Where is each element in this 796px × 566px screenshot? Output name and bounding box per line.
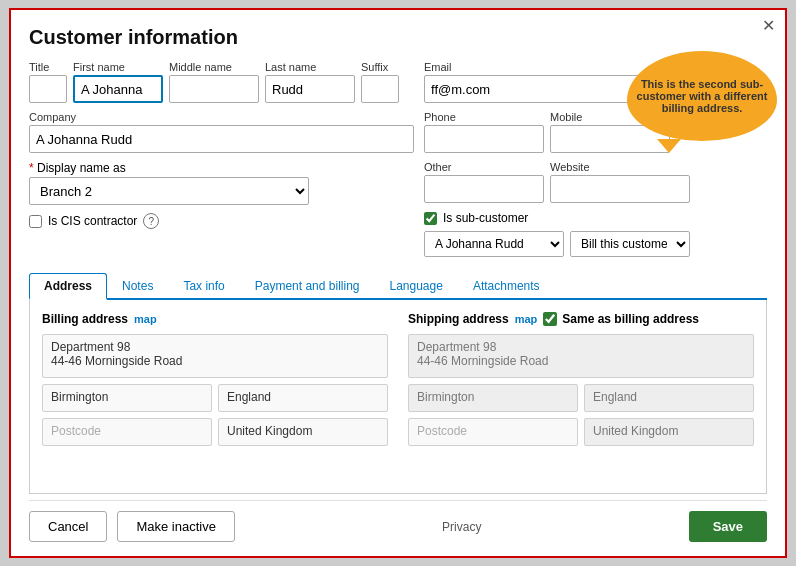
other-input[interactable] (424, 175, 544, 203)
suffix-label: Suffix (361, 61, 399, 73)
address-section: Billing address map Department 98 44-46 … (42, 312, 754, 452)
display-name-label: Display name as (37, 161, 126, 175)
middlename-label: Middle name (169, 61, 259, 73)
required-star: * (29, 161, 34, 175)
billing-address-header: Billing address map (42, 312, 388, 326)
modal-title: Customer information (29, 26, 767, 49)
title-field-group: Title (29, 61, 67, 103)
modal-footer: Cancel Make inactive Privacy Save (29, 500, 767, 542)
middlename-field-group: Middle name (169, 61, 259, 103)
lastname-input[interactable] (265, 75, 355, 103)
shipping-county-field: England (584, 384, 754, 412)
billing-county-field[interactable]: England (218, 384, 388, 412)
shipping-address-block: Shipping address map Same as billing add… (408, 312, 754, 452)
billing-postcode-field[interactable]: Postcode (42, 418, 212, 446)
title-input[interactable] (29, 75, 67, 103)
sub-customer-select[interactable]: A Johanna Rudd (424, 231, 564, 257)
same-as-billing-row: Same as billing address (543, 312, 699, 326)
company-row: Company (29, 111, 414, 153)
tab-content-address: Billing address map Department 98 44-46 … (29, 300, 767, 494)
tab-language[interactable]: Language (374, 273, 457, 298)
tab-notes[interactable]: Notes (107, 273, 168, 298)
display-name-group: * Display name as Branch 2 (29, 161, 414, 205)
same-as-billing-checkbox[interactable] (543, 312, 557, 326)
middlename-input[interactable] (169, 75, 259, 103)
company-label: Company (29, 111, 414, 123)
shipping-street-field: Department 98 44-46 Morningside Road (408, 334, 754, 378)
firstname-field-group: First name (73, 61, 163, 103)
billing-postcode-country-row: Postcode United Kingdom (42, 418, 388, 446)
footer-privacy[interactable]: Privacy (235, 520, 689, 534)
cis-checkbox[interactable] (29, 215, 42, 228)
website-field-group: Website (550, 161, 690, 203)
help-icon[interactable]: ? (143, 213, 159, 229)
tab-taxinfo[interactable]: Tax info (168, 273, 239, 298)
display-required-label: * Display name as (29, 161, 414, 175)
shipping-address-label: Shipping address (408, 312, 509, 326)
sub-customer-checkbox[interactable] (424, 212, 437, 225)
phone-label: Phone (424, 111, 544, 123)
phone-field-group: Phone (424, 111, 544, 153)
cis-label: Is CIS contractor (48, 214, 137, 228)
billing-address-block: Billing address map Department 98 44-46 … (42, 312, 388, 452)
customer-information-modal: ✕ Customer information Title First name … (9, 8, 787, 558)
website-input[interactable] (550, 175, 690, 203)
other-field-group: Other (424, 161, 544, 203)
tab-attachments[interactable]: Attachments (458, 273, 555, 298)
form-top: Title First name Middle name Last name S… (29, 61, 767, 263)
bill-option-select[interactable]: Bill this customer (570, 231, 690, 257)
lastname-label: Last name (265, 61, 355, 73)
shipping-city-county-row: Birmington England (408, 384, 754, 412)
save-button[interactable]: Save (689, 511, 767, 542)
firstname-input[interactable] (73, 75, 163, 103)
shipping-postcode-country-row: Postcode United Kingdom (408, 418, 754, 446)
shipping-country-field: United Kingdom (584, 418, 754, 446)
sub-customer-checkbox-row: Is sub-customer (424, 211, 767, 225)
same-as-billing-label: Same as billing address (562, 312, 699, 326)
form-left: Title First name Middle name Last name S… (29, 61, 414, 263)
lastname-field-group: Last name (265, 61, 355, 103)
billing-address-label: Billing address (42, 312, 128, 326)
sub-customer-label: Is sub-customer (443, 211, 528, 225)
billing-country-field[interactable]: United Kingdom (218, 418, 388, 446)
billing-city-field[interactable]: Birmington (42, 384, 212, 412)
sub-customer-select-row: A Johanna Rudd Bill this customer (424, 231, 767, 257)
display-name-row: * Display name as Branch 2 (29, 161, 414, 205)
website-label: Website (550, 161, 690, 173)
shipping-postcode-field: Postcode (408, 418, 578, 446)
company-field-group: Company (29, 111, 414, 153)
close-button[interactable]: ✕ (762, 18, 775, 34)
tab-payment[interactable]: Payment and billing (240, 273, 375, 298)
billing-street-field[interactable]: Department 98 44-46 Morningside Road (42, 334, 388, 378)
tab-address[interactable]: Address (29, 273, 107, 300)
tab-list: Address Notes Tax info Payment and billi… (29, 273, 767, 300)
billing-city-county-row: Birmington England (42, 384, 388, 412)
phone-input[interactable] (424, 125, 544, 153)
cancel-button[interactable]: Cancel (29, 511, 107, 542)
shipping-address-header: Shipping address map Same as billing add… (408, 312, 754, 326)
name-row: Title First name Middle name Last name S… (29, 61, 414, 103)
tooltip-bubble: This is the second sub-customer with a d… (627, 51, 777, 141)
shipping-map-link[interactable]: map (515, 313, 538, 325)
other-label: Other (424, 161, 544, 173)
cis-checkbox-row: Is CIS contractor ? (29, 213, 414, 229)
title-label: Title (29, 61, 67, 73)
shipping-city-field: Birmington (408, 384, 578, 412)
display-name-select[interactable]: Branch 2 (29, 177, 309, 205)
make-inactive-button[interactable]: Make inactive (117, 511, 234, 542)
form-right: This is the second sub-customer with a d… (424, 61, 767, 263)
other-website-row: Other Website (424, 161, 767, 203)
suffix-field-group: Suffix (361, 61, 399, 103)
firstname-label: First name (73, 61, 163, 73)
tabs-section: Address Notes Tax info Payment and billi… (29, 273, 767, 494)
suffix-input[interactable] (361, 75, 399, 103)
company-input[interactable] (29, 125, 414, 153)
billing-map-link[interactable]: map (134, 313, 157, 325)
